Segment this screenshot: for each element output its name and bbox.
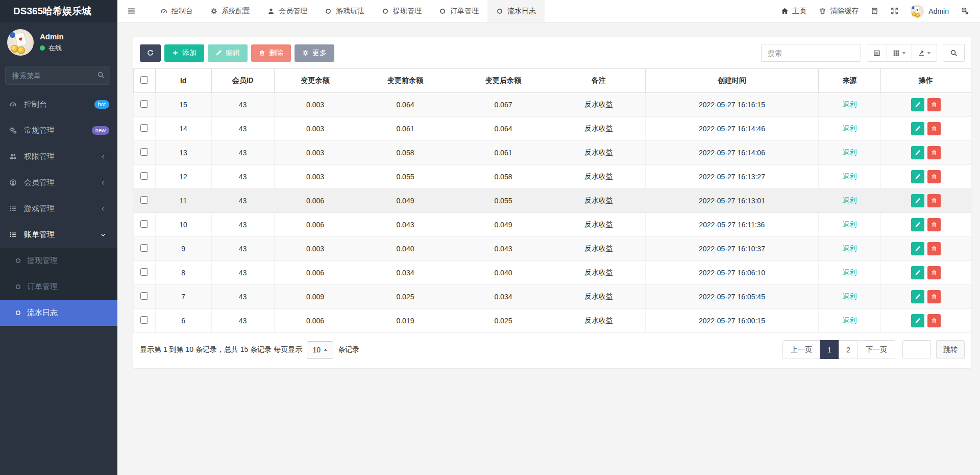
source-link[interactable]: 返利 [842,292,856,300]
row-edit-button[interactable] [911,146,924,159]
row-checkbox[interactable] [140,124,148,132]
row-checkbox[interactable] [140,220,148,228]
settings-cogs-icon[interactable] [961,7,969,15]
log-icon[interactable] [871,7,878,15]
row-checkbox[interactable] [140,292,148,300]
column-header[interactable]: Id [155,69,211,93]
page-button-2[interactable]: 2 [839,340,858,359]
jump-button[interactable]: 跳转 [936,340,965,359]
row-delete-button[interactable] [927,290,941,303]
table-row[interactable]: 9430.0030.0400.043反水收益2022-05-27 16:10:3… [134,237,971,261]
source-link[interactable]: 返利 [842,268,856,276]
row-checkbox[interactable] [140,268,148,276]
row-delete-button[interactable] [927,122,941,135]
row-delete-button[interactable] [927,242,941,255]
page-button-1[interactable]: 1 [820,340,839,359]
topnav-item-orders[interactable]: 订单管理 [430,0,487,22]
topnav-item-game-play[interactable]: 游戏玩法 [316,0,373,22]
edit-button[interactable]: 编辑 [208,44,248,62]
search-button[interactable] [943,44,965,62]
table-row[interactable]: 8430.0060.0340.040反水收益2022-05-27 16:06:1… [134,261,971,285]
topnav-item-members[interactable]: 会员管理 [259,0,316,22]
row-edit-button[interactable] [911,242,924,255]
delete-button[interactable]: 删除 [251,44,291,62]
source-link[interactable]: 返利 [842,196,856,204]
topnav-user[interactable]: ♥ Admin [911,5,949,18]
export-button[interactable] [912,44,937,62]
source-link[interactable]: 返利 [842,172,856,180]
table-row[interactable]: 13430.0030.0580.061反水收益2022-05-27 16:14:… [134,141,971,165]
clear-cache-link[interactable]: 清除缓存 [819,7,859,16]
refresh-button[interactable] [140,44,161,62]
add-button[interactable]: 添加 [164,44,204,62]
source-link[interactable]: 返利 [842,124,856,132]
sidebar-item-permissions[interactable]: 权限管理 [0,144,117,170]
row-edit-button[interactable] [911,170,924,183]
row-checkbox[interactable] [140,196,148,204]
sidebar-item-members[interactable]: 会员管理 [0,170,117,196]
sidebar-subitem-withdraw[interactable]: 提现管理 [0,248,117,274]
column-header[interactable]: 变更后余额 [454,69,552,93]
table-row[interactable]: 11430.0060.0490.055反水收益2022-05-27 16:13:… [134,189,971,213]
row-checkbox[interactable] [140,244,148,252]
column-header[interactable]: 会员ID [211,69,274,93]
row-checkbox[interactable] [140,100,148,108]
columns-button[interactable] [887,44,912,62]
source-link[interactable]: 返利 [842,316,856,324]
row-edit-button[interactable] [911,194,924,207]
topnav-item-flow-logs[interactable]: 流水日志 [487,0,545,22]
column-header[interactable]: 变更前余额 [356,69,454,93]
row-delete-button[interactable] [927,194,941,207]
topnav-item-dashboard[interactable]: 控制台 [152,0,202,22]
row-checkbox[interactable] [140,148,148,156]
row-edit-button[interactable] [911,266,924,279]
sidebar-item-games[interactable]: 游戏管理 [0,196,117,222]
row-delete-button[interactable] [927,314,941,327]
sidebar-subitem-orders[interactable]: 订单管理 [0,274,117,300]
row-delete-button[interactable] [927,218,941,231]
sidebar-search-input[interactable] [5,66,110,85]
table-row[interactable]: 12430.0030.0550.058反水收益2022-05-27 16:13:… [134,165,971,189]
row-edit-button[interactable] [911,218,924,231]
sidebar-item-general[interactable]: 常规管理new [0,117,117,144]
source-link[interactable]: 返利 [842,148,856,156]
column-header[interactable]: 变更余额 [274,69,356,93]
table-search-input[interactable] [761,44,861,62]
row-checkbox[interactable] [140,172,148,180]
row-edit-button[interactable] [911,98,924,111]
sidebar-subitem-flow-logs[interactable]: 流水日志 [0,300,117,326]
brand[interactable]: DS365哈希娱乐城 [0,0,117,22]
sidebar-item-dashboard[interactable]: 控制台hot [0,91,117,117]
row-edit-button[interactable] [911,314,924,327]
table-row[interactable]: 14430.0030.0610.064反水收益2022-05-27 16:14:… [134,117,971,141]
row-checkbox[interactable] [140,316,148,324]
column-header[interactable]: 创建时间 [645,69,819,93]
fullscreen-icon[interactable] [891,7,898,15]
column-header[interactable]: 备注 [552,69,645,93]
column-header[interactable]: 来源 [819,69,880,93]
hamburger-icon[interactable] [117,0,145,22]
sidebar-item-billing[interactable]: 账单管理 [0,222,117,248]
detail-view-button[interactable] [867,44,887,62]
next-page-button[interactable]: 下一页 [857,340,895,359]
source-link[interactable]: 返利 [842,244,856,252]
more-button[interactable]: 更多 [295,44,334,62]
jump-page-input[interactable] [902,340,931,359]
row-edit-button[interactable] [911,290,924,303]
select-all-checkbox[interactable] [140,76,148,84]
table-row[interactable]: 7430.0090.0250.034反水收益2022-05-27 16:05:4… [134,285,971,309]
source-link[interactable]: 返利 [842,220,856,228]
source-link[interactable]: 返利 [842,100,856,108]
table-row[interactable]: 10430.0060.0430.049反水收益2022-05-27 16:11:… [134,213,971,237]
column-header[interactable]: 操作 [880,69,971,93]
topnav-item-withdraw[interactable]: 提现管理 [373,0,430,22]
row-delete-button[interactable] [927,146,941,159]
row-delete-button[interactable] [927,266,941,279]
row-delete-button[interactable] [927,98,941,111]
topnav-item-system-config[interactable]: 系统配置 [202,0,259,22]
row-edit-button[interactable] [911,122,924,135]
prev-page-button[interactable]: 上一页 [782,340,820,359]
home-link[interactable]: 主页 [781,7,806,16]
table-row[interactable]: 6430.0060.0190.025反水收益2022-05-27 16:00:1… [134,309,971,333]
row-delete-button[interactable] [927,170,941,183]
